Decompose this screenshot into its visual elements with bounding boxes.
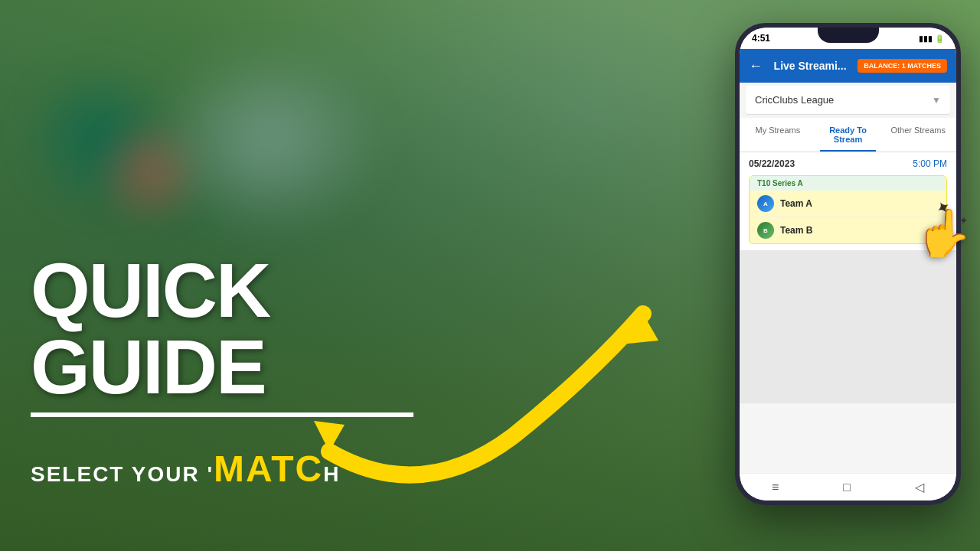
signal-icon: ▮▮▮ xyxy=(919,34,933,43)
tab-my-streams[interactable]: My Streams xyxy=(743,118,813,152)
league-name: CricClubs League xyxy=(755,94,834,106)
battery-icon: 🔋 xyxy=(935,34,944,43)
subtitle-prefix: SELECT YOUR ' xyxy=(31,462,214,486)
series-label: T10 Series A xyxy=(750,176,946,191)
tab-other-streams[interactable]: Other Streams xyxy=(883,118,953,152)
team-b-icon: B xyxy=(757,222,774,239)
subtitle-highlight: MATC xyxy=(214,448,323,489)
back-button[interactable]: ← xyxy=(749,58,763,74)
league-dropdown[interactable]: CricClubs League ▼ xyxy=(746,86,950,115)
main-title: QUICK GUIDE xyxy=(31,252,459,405)
match-time: 5:00 PM xyxy=(913,158,947,169)
empty-content-area xyxy=(740,250,956,403)
left-section: QUICK GUIDE SELECT YOUR 'MATCH xyxy=(0,0,490,551)
phone-bottom-nav: ≡ □ ◁ xyxy=(740,473,956,500)
balance-badge: BALANCE: 1 MATCHES xyxy=(858,59,947,73)
menu-icon[interactable]: ≡ xyxy=(772,481,779,494)
match-date-row: 05/22/2023 5:00 PM xyxy=(749,158,947,169)
header-title: Live Streami... xyxy=(774,60,847,72)
phone-notch xyxy=(818,28,879,43)
back-nav-icon[interactable]: ◁ xyxy=(915,480,924,494)
status-time: 4:51 xyxy=(752,33,770,44)
cursor-container: ✦ ✦ 👆 xyxy=(915,210,972,256)
app-header: ← Live Streami... BALANCE: 1 MATCHES xyxy=(740,49,956,83)
team-a-icon: A xyxy=(757,195,774,212)
subtitle-suffix: H xyxy=(323,462,340,486)
hand-cursor-icon: 👆 xyxy=(915,210,972,256)
tab-ready-to-stream[interactable]: Ready To Stream xyxy=(813,118,884,152)
status-icons: ▮▮▮ 🔋 xyxy=(919,34,944,43)
subtitle: SELECT YOUR 'MATCH xyxy=(31,448,459,490)
dropdown-chevron-icon: ▼ xyxy=(932,95,941,106)
phone-screen: 4:51 ▮▮▮ 🔋 ← Live Streami... BALANCE: 1 … xyxy=(740,28,956,500)
team-b-name: Team B xyxy=(780,225,812,236)
match-date: 05/22/2023 xyxy=(749,158,795,169)
title-underline xyxy=(31,412,413,417)
phone-mockup: 4:51 ▮▮▮ 🔋 ← Live Streami... BALANCE: 1 … xyxy=(735,23,961,505)
team-a-name: Team A xyxy=(780,198,812,209)
home-icon[interactable]: □ xyxy=(843,481,851,494)
tabs-bar: My Streams Ready To Stream Other Streams xyxy=(740,118,956,152)
phone-container: 4:51 ▮▮▮ 🔋 ← Live Streami... BALANCE: 1 … xyxy=(735,23,965,520)
